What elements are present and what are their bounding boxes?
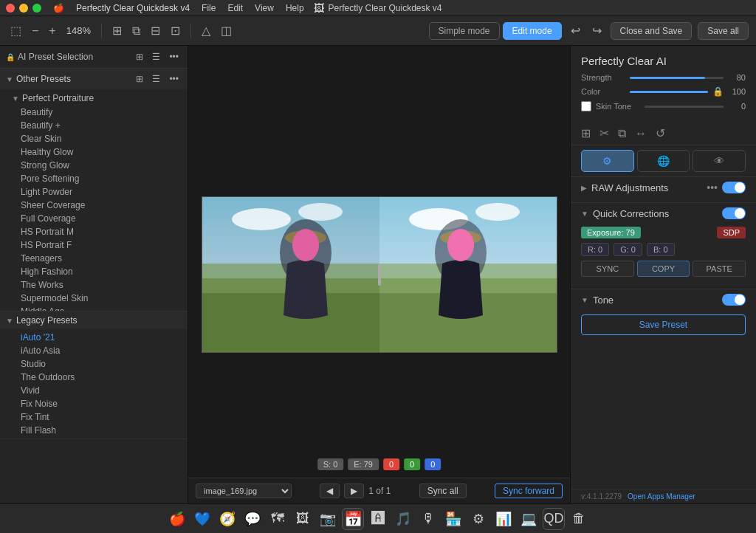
fullscreen-button[interactable] — [32, 4, 41, 13]
other-presets-more[interactable]: ••• — [166, 72, 182, 86]
dock-terminal[interactable]: 💻 — [518, 508, 540, 530]
color-slider[interactable] — [630, 91, 708, 93]
edit-icon-button-1[interactable]: ⊞ — [581, 126, 591, 140]
skin-tone-checkbox[interactable] — [581, 101, 591, 111]
legacy-item-studio[interactable]: Studio — [0, 357, 188, 371]
grid-view-button[interactable]: ⊞ — [133, 50, 146, 63]
other-presets-grid-view[interactable]: ⊞ — [133, 72, 146, 86]
minimize-button[interactable] — [19, 4, 28, 13]
preset-item-high-fashion[interactable]: High Fashion — [0, 265, 188, 278]
preset-item-full-coverage[interactable]: Full Coverage — [0, 212, 188, 225]
dock-photos[interactable]: 🖼 — [292, 508, 314, 530]
close-save-button[interactable]: Close and Save — [611, 22, 693, 40]
dock-appstore[interactable]: 🅰 — [367, 508, 389, 530]
legacy-item-the-outdoors[interactable]: The Outdoors — [0, 371, 188, 384]
grid-button[interactable]: ⊟ — [148, 22, 163, 39]
strength-slider[interactable] — [630, 77, 724, 79]
edit-menu[interactable]: Edit — [227, 3, 243, 13]
redo-button[interactable]: ↪ — [589, 22, 605, 39]
legacy-item-fill-flash[interactable]: Fill Flash — [0, 424, 188, 437]
next-button[interactable]: ▶ — [344, 484, 364, 498]
zoom-in-button[interactable]: + — [46, 23, 58, 39]
sync-all-button[interactable]: Sync all — [419, 484, 467, 498]
dock-calendar[interactable]: 📅 — [342, 508, 364, 530]
save-preset-button[interactable]: Save Preset — [581, 314, 746, 335]
dock-music[interactable]: 🎵 — [392, 508, 414, 530]
list-view-button[interactable]: ☰ — [149, 50, 163, 63]
preset-item-clear-skin[interactable]: Clear Skin — [0, 132, 188, 145]
dock-altimeter[interactable]: 📊 — [492, 508, 515, 530]
preset-item-beautify[interactable]: Beautify — [0, 106, 188, 119]
dock-facetime[interactable]: 📷 — [317, 508, 339, 530]
close-button[interactable] — [6, 4, 15, 13]
preset-item-teenagers[interactable]: Teenagers — [0, 252, 188, 265]
preset-item-light-powder[interactable]: Light Powder — [0, 185, 188, 199]
sync-button[interactable]: SYNC — [581, 261, 634, 277]
tab-settings[interactable]: ⚙ — [581, 150, 634, 172]
help-menu[interactable]: Help — [286, 3, 304, 13]
quick-corrections-toggle[interactable] — [722, 207, 746, 219]
raw-adjustments-toggle[interactable] — [722, 182, 746, 193]
dock-quickdesk[interactable]: QD — [543, 508, 565, 530]
legacy-presets-header[interactable]: ▼ Legacy Presets — [0, 312, 188, 329]
compare-icon-button[interactable]: ⧉ — [618, 127, 626, 140]
tab-eye[interactable]: 👁 — [693, 150, 746, 172]
file-menu[interactable]: File — [202, 3, 216, 13]
legacy-item-vivid[interactable]: Vivid — [0, 384, 188, 397]
dock-finder[interactable]: 🍎 — [166, 508, 188, 530]
open-apps-button[interactable]: Open Apps Manager — [628, 492, 695, 501]
split-handle[interactable] — [378, 264, 381, 286]
sync-forward-button[interactable]: Sync forward — [495, 484, 563, 498]
save-all-button[interactable]: Save all — [698, 22, 749, 40]
dock-maps[interactable]: 🗺 — [267, 508, 289, 530]
tone-toggle[interactable] — [722, 294, 746, 306]
preset-item-the-works[interactable]: The Works — [0, 278, 188, 292]
dock-appstore2[interactable]: 🏪 — [442, 508, 464, 530]
rotate-button[interactable]: △ — [199, 22, 213, 39]
undo-button[interactable]: ↩ — [568, 22, 583, 39]
layout-button[interactable]: ⊡ — [168, 22, 183, 39]
select-tool-button[interactable]: ⬚ — [7, 22, 24, 39]
view-menu[interactable]: View — [255, 3, 274, 13]
flip-icon-button[interactable]: ↔ — [635, 127, 647, 140]
preset-item-strong-glow[interactable]: Strong Glow — [0, 159, 188, 172]
preset-item-middle-age[interactable]: Middle Age — [0, 305, 188, 311]
more-options-button[interactable]: ••• — [166, 50, 182, 63]
dock-safari[interactable]: 🧭 — [216, 508, 238, 530]
filename-select[interactable]: image_169.jpg — [196, 484, 292, 498]
preset-item-hs-portrait-f[interactable]: HS Portrait F — [0, 238, 188, 252]
zoom-out-button[interactable]: − — [29, 23, 41, 39]
flip-button[interactable]: ◫ — [218, 22, 235, 39]
apple-menu[interactable]: 🍎 — [53, 3, 64, 13]
legacy-item-fix-tint[interactable]: Fix Tint — [0, 410, 188, 424]
dock-messages[interactable]: 💬 — [241, 508, 264, 530]
perfect-portraiture-group[interactable]: ▼ Perfect Portraiture — [0, 91, 188, 106]
crop-icon-button[interactable]: ✂ — [599, 126, 609, 140]
prev-button[interactable]: ◀ — [320, 484, 340, 498]
preset-item-hs-portrait-m[interactable]: HS Portrait M — [0, 225, 188, 238]
preset-item-beautify-plus[interactable]: Beautify + — [0, 119, 188, 132]
dock-trash[interactable]: 🗑 — [568, 508, 590, 530]
preset-item-healthy-glow[interactable]: Healthy Glow — [0, 145, 188, 159]
crop-tool-button[interactable]: ⊞ — [109, 22, 125, 39]
legacy-item-iauto-asia[interactable]: iAuto Asia — [0, 344, 188, 357]
preset-item-sheer-coverage[interactable]: Sheer Coverage — [0, 199, 188, 212]
refresh-icon-button[interactable]: ↺ — [656, 126, 665, 140]
raw-adjustments-menu[interactable]: ••• — [707, 182, 718, 193]
simple-mode-button[interactable]: Simple mode — [429, 22, 500, 40]
skin-tone-slider[interactable] — [645, 106, 724, 108]
edit-mode-button[interactable]: Edit mode — [503, 22, 562, 40]
preset-item-pore-softening[interactable]: Pore Softening — [0, 172, 188, 185]
preset-item-supermodel-skin[interactable]: Supermodel Skin — [0, 292, 188, 305]
copy-button[interactable]: COPY — [637, 261, 690, 277]
other-presets-header[interactable]: ▼ Other Presets ⊞ ☰ ••• — [0, 69, 188, 89]
legacy-item-fix-noise[interactable]: Fix Noise — [0, 397, 188, 410]
dock-preferences[interactable]: ⚙ — [467, 508, 489, 530]
other-presets-list-view[interactable]: ☰ — [149, 72, 163, 86]
compare-button[interactable]: ⧉ — [129, 23, 143, 39]
dock-podcasts[interactable]: 🎙 — [417, 508, 439, 530]
paste-button[interactable]: PASTE — [693, 261, 746, 277]
legacy-item-iauto21[interactable]: iAuto '21 — [0, 331, 188, 344]
tab-globe[interactable]: 🌐 — [637, 150, 690, 172]
dock-launchpad[interactable]: 💙 — [191, 508, 213, 530]
